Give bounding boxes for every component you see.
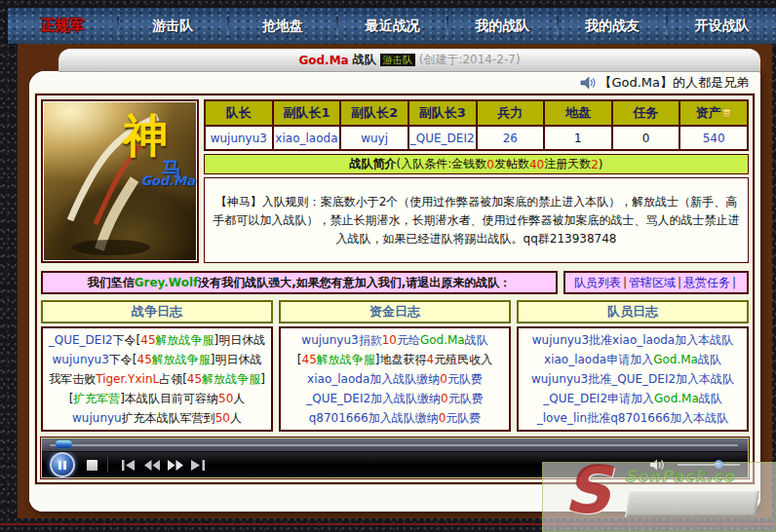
stop-button[interactable] xyxy=(87,460,97,471)
log-line: _QUE_DEI2申请加入God.Ma战队 xyxy=(520,391,746,407)
media-player xyxy=(41,437,749,478)
troops-value: 26 xyxy=(478,127,544,149)
member-log-title: 队员日志 xyxy=(517,300,749,323)
col-tasks: 任务 xyxy=(613,101,679,125)
vice1-name[interactable]: xiao_laoda xyxy=(274,127,340,149)
page-title: God.Ma 战队 游击队 (创建于:2014-2-7) xyxy=(58,49,760,72)
captain-name[interactable]: wujunyu3 xyxy=(206,127,272,149)
rewind-button[interactable] xyxy=(144,460,160,471)
log-line: xiao_laoda申请加入God.Ma战队 xyxy=(520,352,746,368)
announcement-row: 【God.Ma】的人都是兄弟 xyxy=(29,71,760,93)
link-bounty-tasks[interactable]: 悬赏任务 xyxy=(683,275,730,291)
log-line: [扩充军营]本战队目前可容纳50人 xyxy=(44,391,270,407)
log-line: wujunyu3批准xiao_laoda加入本战队 xyxy=(520,332,746,349)
nav-item-grab-territory[interactable]: 抢地盘 xyxy=(229,8,337,44)
col-vice1: 副队长1 xyxy=(274,101,340,125)
link-separator: | xyxy=(623,276,627,289)
team-rules-text: 【神马】入队规则：案底数小于2个（使用过作弊器被加案底的禁止进入本队），解放战士… xyxy=(204,177,749,263)
war-log-column: 战争日志 _QUE_DEI2下令[45解放战争服]明日休战 wujunyu3下令… xyxy=(41,300,273,432)
link-separator: | xyxy=(732,276,736,289)
table-value-row: wujunyu3 xiao_laoda wuyj _QUE_DEI2 26 1 … xyxy=(206,127,747,149)
link-territory[interactable]: 管辖区域 xyxy=(629,275,676,291)
vice3-name[interactable]: _QUE_DEI2 xyxy=(409,127,476,149)
vice2-name[interactable]: wuyj xyxy=(341,127,407,149)
top-nav: 正规军 游击队 抢地盘 最近战况 我的战队 我的战友 开设战队 xyxy=(8,8,776,44)
team-intro-bar: 战队简介 (入队条件:金钱数0 发帖数40 注册天数2) xyxy=(204,154,749,174)
link-separator: | xyxy=(678,276,681,289)
next-button[interactable] xyxy=(191,460,206,471)
assets-value: 540 xyxy=(680,127,747,149)
log-line: 我军击败Tiger.YxinL占领[45解放战争服] xyxy=(44,371,270,388)
fund-log-column: 资金日志 wujunyu3捐款10元给God.Ma战队 [45解放战争服]地盘获… xyxy=(279,300,511,432)
log-line: wujunyu扩充本战队军营到50人 xyxy=(44,410,270,427)
seek-track xyxy=(50,444,738,446)
volume-thumb[interactable] xyxy=(715,460,723,469)
emblem-text-big: 神 xyxy=(123,113,168,158)
nav-item-recent-battles[interactable]: 最近战况 xyxy=(338,8,446,44)
nav-item-my-team[interactable]: 我的战队 xyxy=(448,8,557,44)
log-line: wujunyu3捐款10元给God.Ma战队 xyxy=(282,332,508,349)
nav-item-my-comrades[interactable]: 我的战友 xyxy=(559,8,667,44)
volume-icon[interactable] xyxy=(649,458,666,472)
pause-button[interactable] xyxy=(50,452,75,477)
quick-links: 队员列表 | 管辖区域 | 悬赏任务 | xyxy=(563,271,749,294)
content-panel: 【God.Ma】的人都是兄弟 神 马 God.Ma 队长 副队 xyxy=(29,71,760,512)
log-line: wujunyu3批准_QUE_DEI2加入本战队 xyxy=(520,371,746,388)
fund-log-panel: wujunyu3捐款10元给God.Ma战队 [45解放战争服]地盘获得4元殖民… xyxy=(279,326,511,432)
fast-forward-button[interactable] xyxy=(168,460,183,471)
team-main-box: 神 马 God.Ma 队长 副队长1 副队长2 副队长3 兵力 地盘 任务 xyxy=(35,94,755,484)
bottom-divider xyxy=(0,523,776,525)
seek-bar[interactable] xyxy=(42,438,748,452)
col-troops: 兵力 xyxy=(478,101,544,125)
log-line: q8701666加入战队缴纳0元队费 xyxy=(282,410,508,427)
speaker-icon xyxy=(580,75,596,91)
coins-icon xyxy=(721,105,732,120)
log-line: xiao_laoda加入战队缴纳0元队费 xyxy=(282,371,508,388)
territory-value: 1 xyxy=(545,127,611,149)
volume-slider[interactable] xyxy=(678,459,740,471)
previous-button[interactable] xyxy=(122,460,136,471)
controls-divider xyxy=(107,457,108,473)
link-member-list[interactable]: 队员列表 xyxy=(574,275,621,291)
col-vice3: 副队长3 xyxy=(409,101,476,125)
team-suffix: 战队 xyxy=(353,52,376,68)
log-line: [45解放战争服]地盘获得4元殖民收入 xyxy=(282,352,508,368)
member-log-column: 队员日志 wujunyu3批准xiao_laoda加入本战队 xiao_laod… xyxy=(517,300,749,432)
war-log-panel: _QUE_DEI2下令[45解放战争服]明日休战 wujunyu3下令[45解放… xyxy=(41,326,273,432)
seek-thumb[interactable] xyxy=(56,440,72,448)
nav-item-create-team[interactable]: 开设战队 xyxy=(668,8,776,44)
table-header-row: 队长 副队长1 副队长2 副队长3 兵力 地盘 任务 资产 xyxy=(206,101,747,125)
team-info-table: 队长 副队长1 副队长2 副队长3 兵力 地盘 任务 资产 wujunyu3 x… xyxy=(204,99,749,151)
fund-log-title: 资金日志 xyxy=(279,300,511,323)
member-log-panel: wujunyu3批准xiao_laoda加入本战队 xiao_laoda申请加入… xyxy=(517,326,749,432)
tasks-value: 0 xyxy=(613,127,679,149)
volume-track xyxy=(678,464,740,466)
war-log-title: 战争日志 xyxy=(41,300,273,323)
col-assets: 资产 xyxy=(680,101,747,125)
recruit-banner: 我们坚信Grey.Wolf没有我们战队强大,如果您有意加入我们,请退出原来的战队… xyxy=(41,271,558,294)
emblem-text-small: God.Ma xyxy=(140,173,195,188)
team-type-badge: 游击队 xyxy=(380,54,415,66)
created-date: (创建于:2014-2-7) xyxy=(419,52,521,68)
nav-item-guerrilla[interactable]: 游击队 xyxy=(119,8,227,44)
col-captain: 队长 xyxy=(206,101,272,125)
nav-item-regular-army[interactable]: 正规军 xyxy=(8,8,117,44)
log-line: wujunyu3下令[45解放战争服]明日休战 xyxy=(44,352,270,368)
player-controls xyxy=(42,452,748,477)
log-line: _love_lin批准q8701666加入本战队 xyxy=(520,410,746,427)
log-line: _QUE_DEI2加入战队缴纳0元队费 xyxy=(282,391,508,407)
team-name: God.Ma xyxy=(298,54,348,67)
log-line: _QUE_DEI2下令[45解放战争服]明日休战 xyxy=(44,332,270,349)
announcement-text: 【God.Ma】的人都是兄弟 xyxy=(599,74,749,92)
col-vice2: 副队长2 xyxy=(341,101,407,125)
col-territory: 地盘 xyxy=(545,101,611,125)
team-emblem-image: 神 马 God.Ma xyxy=(41,99,199,263)
